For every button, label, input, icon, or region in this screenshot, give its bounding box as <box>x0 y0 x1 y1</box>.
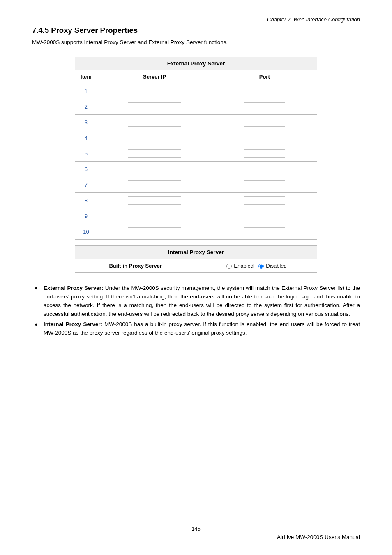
server-ip-input[interactable] <box>128 212 181 220</box>
disabled-text: Disabled <box>266 263 287 269</box>
item-number: 1 <box>75 83 97 99</box>
table-row: 4 <box>75 130 317 146</box>
col-port-header: Port <box>212 70 317 83</box>
server-ip-input[interactable] <box>128 196 181 205</box>
bullet-icon: ● <box>35 284 38 292</box>
list-item: ● External Proxy Server: Under the MW-20… <box>32 284 360 319</box>
server-ip-input[interactable] <box>128 102 181 111</box>
item-number: 6 <box>75 162 97 177</box>
tables-wrapper: External Proxy Server Item Server IP Por… <box>75 57 317 273</box>
external-proxy-title: External Proxy Server <box>75 57 317 70</box>
item-number: 4 <box>75 130 97 146</box>
internal-proxy-title: Internal Proxy Server <box>75 246 317 259</box>
enabled-radio-label[interactable]: Enabled <box>226 263 254 269</box>
table-row: 1 <box>75 83 317 99</box>
col-ip-header: Server IP <box>97 70 212 83</box>
intro-text: MW-2000S supports Internal Proxy Server … <box>32 39 360 45</box>
internal-proxy-table: Internal Proxy Server Built-in Proxy Ser… <box>75 245 317 273</box>
port-input[interactable] <box>244 149 285 158</box>
builtin-proxy-radio-group: Enabled Disabled <box>196 259 317 273</box>
server-ip-input[interactable] <box>128 227 181 236</box>
chapter-header: Chapter 7. Web Interface Configuration <box>32 16 360 23</box>
footer-right: AirLive MW-2000S User's Manual <box>277 534 360 540</box>
table-row: 9 <box>75 208 317 224</box>
server-ip-input[interactable] <box>128 149 181 158</box>
item-number: 3 <box>75 115 97 130</box>
enabled-text: Enabled <box>234 263 254 269</box>
disabled-radio[interactable] <box>258 264 264 269</box>
table-row: 8 <box>75 193 317 208</box>
col-item-header: Item <box>75 70 97 83</box>
port-input[interactable] <box>244 87 285 95</box>
bullet-strong: Internal Proxy Server: <box>44 321 102 327</box>
list-item: ● Internal Proxy Server: MW-2000S has a … <box>32 320 360 338</box>
enabled-radio[interactable] <box>226 264 232 269</box>
bullet-list: ● External Proxy Server: Under the MW-20… <box>32 284 360 338</box>
port-input[interactable] <box>244 212 285 220</box>
item-number: 10 <box>75 224 97 240</box>
external-proxy-table: External Proxy Server Item Server IP Por… <box>75 57 317 240</box>
section-title: 7.4.5 Proxy Server Properties <box>32 26 360 35</box>
server-ip-input[interactable] <box>128 165 181 173</box>
table-row: 5 <box>75 146 317 162</box>
port-input[interactable] <box>244 134 285 142</box>
table-row: 2 <box>75 99 317 115</box>
server-ip-input[interactable] <box>128 87 181 95</box>
port-input[interactable] <box>244 165 285 173</box>
port-input[interactable] <box>244 102 285 111</box>
table-row: 7 <box>75 177 317 193</box>
disabled-radio-label[interactable]: Disabled <box>258 263 287 269</box>
item-number: 2 <box>75 99 97 115</box>
port-input[interactable] <box>244 227 285 236</box>
bullet-icon: ● <box>35 320 38 328</box>
item-number: 8 <box>75 193 97 208</box>
item-number: 7 <box>75 177 97 193</box>
server-ip-input[interactable] <box>128 134 181 142</box>
bullet-strong: External Proxy Server: <box>44 285 104 291</box>
item-number: 5 <box>75 146 97 162</box>
port-input[interactable] <box>244 196 285 205</box>
table-row: 3 <box>75 115 317 130</box>
builtin-proxy-label: Built-in Proxy Server <box>75 259 196 273</box>
server-ip-input[interactable] <box>128 180 181 189</box>
table-row: 10 <box>75 224 317 240</box>
server-ip-input[interactable] <box>128 118 181 127</box>
port-input[interactable] <box>244 180 285 189</box>
port-input[interactable] <box>244 118 285 127</box>
page-number: 145 <box>0 526 392 532</box>
table-row: 6 <box>75 162 317 177</box>
item-number: 9 <box>75 208 97 224</box>
